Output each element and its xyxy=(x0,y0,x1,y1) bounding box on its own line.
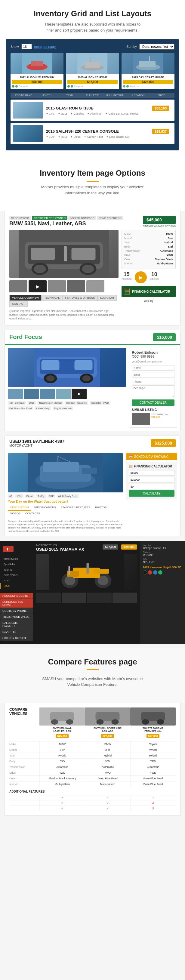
btn-trade-value[interactable]: TRADE YOUR VALUE xyxy=(0,614,33,620)
compare-car2-price: $22,000 xyxy=(101,734,114,738)
bmw-thumb-4[interactable] xyxy=(86,280,104,293)
card1-body: 1992 ALISON 2R PREMIUM $50,100 Composite xyxy=(11,74,64,89)
list-row-1[interactable]: 2015 GLASTRON GT180B $30,160 ✦ 17'7" ✦ 2… xyxy=(11,100,174,121)
swatch-4[interactable] xyxy=(158,570,163,574)
col-fuel: FUEL TYPE xyxy=(82,94,103,97)
bmw-thumb-2[interactable] xyxy=(48,280,66,293)
list-row-2[interactable]: 2016 SAILFISH 220 CENTER CONSOLE $19,837… xyxy=(11,123,174,144)
svg-rect-16 xyxy=(72,248,96,260)
tab-location[interactable]: LOCATION xyxy=(97,295,116,301)
nav-touring[interactable]: Touring xyxy=(0,567,33,573)
swatch-3[interactable] xyxy=(153,570,157,574)
btn-quote-phone[interactable]: QUOTE BY PHONE xyxy=(0,608,33,614)
ford-thumb-2[interactable] xyxy=(24,389,39,399)
yamaha-thumb-1[interactable] xyxy=(36,593,61,603)
sort-select[interactable]: Date: newest first xyxy=(139,44,174,49)
feature1-val1: ✓ xyxy=(40,795,85,800)
contact-phone-input[interactable] xyxy=(132,379,174,384)
ford-main-image xyxy=(8,348,126,387)
ford-thumb-4[interactable] xyxy=(56,389,71,399)
svg-point-50 xyxy=(51,719,58,725)
nav-motorcycles[interactable]: Motorcycles xyxy=(0,556,33,562)
bmw-thumb-3[interactable] xyxy=(67,280,85,293)
btn-save[interactable]: SAVE THIS xyxy=(0,629,33,635)
bmw-financing-box[interactable]: 🧮 FINANCING CALCULATOR xyxy=(121,286,176,297)
bmw-thumb-video[interactable]: ▶ xyxy=(29,280,46,293)
yamaha-thumb-4[interactable] xyxy=(113,593,137,603)
btn-calc-payment[interactable]: CALCULATE PAYMENT xyxy=(0,620,33,628)
compare-interior-label: Interior xyxy=(9,781,40,787)
nav-sportbike[interactable]: Sportbike xyxy=(0,562,33,567)
ford-thumb-1[interactable] xyxy=(8,389,23,399)
tab-vehicle-overview[interactable]: VEHICLE OVERVIEW xyxy=(9,295,41,301)
sort-label: Sort by xyxy=(126,45,137,48)
stat-videos: 10 VIDEOS xyxy=(150,271,159,283)
schedule-showing-button[interactable]: 📅 SCHEDULE A SHOWING xyxy=(126,453,177,460)
compare-car-2[interactable]: BMW 3001, SPORT LINEABS, ABS $22,000 xyxy=(85,708,130,738)
contact-name-input[interactable] xyxy=(132,365,174,371)
bmw-send[interactable]: SEND TO FRIEND xyxy=(97,216,123,220)
contact-message-input[interactable] xyxy=(132,385,174,397)
calc-icon: 🧮 xyxy=(129,465,132,468)
per-page-input[interactable] xyxy=(21,44,32,49)
yamaha-new-price: $29,000 xyxy=(121,544,137,550)
col-engine: ENGINE NAME xyxy=(13,94,34,97)
detail-make-value: BMW xyxy=(166,232,173,235)
section-compare: Compare Features page SMASH your competi… xyxy=(0,648,185,703)
yamaha-thumb-2[interactable] xyxy=(62,593,86,603)
btn-test-drive[interactable]: SCHEDULE TEST DRIVE xyxy=(0,599,33,608)
bay-tab-description[interactable]: DESCRIPTION xyxy=(8,505,31,511)
compare-car1-price: $45,000 xyxy=(56,734,69,738)
bmw-thumb-1[interactable] xyxy=(9,280,27,293)
detail-body: Body 335i xyxy=(124,245,173,248)
bayliner-main-image xyxy=(8,453,123,492)
bay-tab-contacts[interactable]: CONTACTS xyxy=(23,511,42,517)
bmw-header: STOCK#35091 CERTIFIED PRE-OWNED ADD TO C… xyxy=(9,216,176,228)
contact-email-input[interactable] xyxy=(132,372,174,377)
play-button-icon[interactable]: ▶ xyxy=(135,271,147,283)
grid-card-2[interactable]: 2005 ALISON 2R PX642 $57,999 Composite xyxy=(66,53,119,89)
btn-history[interactable]: HISTORY REPORT xyxy=(0,635,33,641)
cross-icon-1: ✗ xyxy=(152,801,154,805)
feature2-val3: ✗ xyxy=(130,800,176,805)
bmw-finance-link[interactable]: FINANCE & LEASE OPTIONS xyxy=(143,225,176,228)
bmw-tags-row: STOCK#35091 CERTIFIED PRE-OWNED ADD TO C… xyxy=(9,216,123,220)
nav-atv[interactable]: ATV xyxy=(0,578,33,583)
bay-tab-videos[interactable]: VIDEOS xyxy=(8,511,23,517)
nav-black[interactable]: Black xyxy=(0,583,33,589)
yamaha-thumb-3[interactable] xyxy=(87,593,112,603)
yamaha-action-btns: REQUEST A QUOTE SCHEDULE TEST DRIVE QUOT… xyxy=(0,593,33,641)
ford-color-specs: Ext: Deep Blue Pearl Interior Gray Regis… xyxy=(8,406,126,410)
compare-car-1[interactable]: BMW 535I, NAVI,LEATHER, ABS $45,000 xyxy=(40,708,85,738)
bay-tab-standard[interactable]: STANDARD FEATURES xyxy=(58,505,93,511)
btn-request-quote[interactable]: REQUEST A QUOTE xyxy=(0,593,33,598)
grid-card-3[interactable]: 1995 BAY CRAFT MO87K $325,000 Aluminum xyxy=(121,53,174,89)
calculate-button[interactable]: CALCULATE xyxy=(129,490,174,496)
compare-car-3[interactable]: TOYOTA TACOMAPREMIUM, 4X4 $17,000 xyxy=(130,708,176,738)
calc-input-2[interactable] xyxy=(129,477,174,482)
detail-interior-label: Interior xyxy=(124,262,132,265)
nav-offroad[interactable]: OFF ROAD xyxy=(0,573,33,578)
swatch-2[interactable] xyxy=(148,570,152,574)
bay-tab-specs[interactable]: SPECIFICATIONS xyxy=(31,505,58,511)
bmw-compare[interactable]: ADD TO COMPARE xyxy=(68,216,96,220)
compare-subtitle: SMASH your competitor's websites with Mo… xyxy=(6,676,179,687)
swatch-1[interactable] xyxy=(143,570,147,574)
tab-technical[interactable]: TECHNICAL xyxy=(41,295,62,301)
tab-features[interactable]: FEATURES & OPTIONS xyxy=(62,295,97,301)
more-per-page-link[interactable]: more per page xyxy=(34,45,56,48)
ford-thumb-video[interactable]: ▶ xyxy=(72,389,87,399)
detail-color: Color Shadow Black xyxy=(124,258,173,261)
spec-fuel: ✦ Gasoline xyxy=(70,112,84,115)
compare-row-year: Year Hybrid Hybrid Hybrid xyxy=(9,752,176,758)
similar-item-1[interactable]: 2007 BMW 5-er 5... $22,000 xyxy=(132,413,174,425)
ford-thumb-3[interactable] xyxy=(40,389,55,399)
grid-card-1[interactable]: 1992 ALISON 2R PREMIUM $50,100 Composite xyxy=(11,53,64,89)
calc-input-1[interactable] xyxy=(129,470,174,476)
calc-input-3[interactable] xyxy=(129,484,174,489)
bay-tab-photos[interactable]: PHOTOS xyxy=(93,505,109,511)
contact-dealer-button[interactable]: CONTACT DEALER xyxy=(132,399,174,406)
card2-year: 2005 ALISON 2R PX642 xyxy=(67,76,117,79)
tab-contact[interactable]: CONTACT xyxy=(9,301,28,307)
compare-section-title: Compare Features page xyxy=(6,657,179,667)
